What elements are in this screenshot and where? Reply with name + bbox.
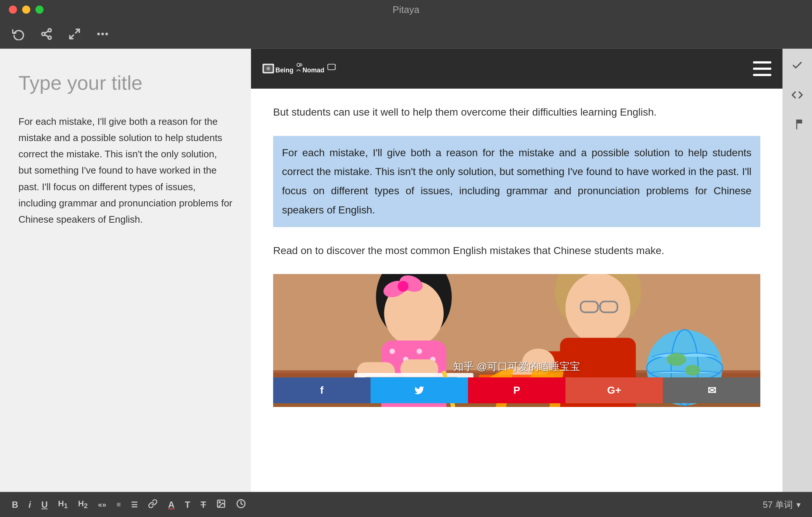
site-logo: Being Nomad (262, 57, 336, 81)
code-brackets-icon[interactable] (788, 86, 806, 104)
email-share-button[interactable]: ✉ (663, 377, 760, 403)
word-count[interactable]: 57 单词 (763, 499, 793, 511)
timer-button[interactable] (236, 499, 246, 511)
svg-point-7 (97, 32, 100, 35)
svg-point-8 (102, 32, 104, 35)
svg-point-26 (398, 281, 408, 292)
heading1-button[interactable]: H1 (58, 499, 68, 510)
google-share-button[interactable]: G+ (565, 377, 663, 403)
teacher-student-image: 15 知乎 @可口可爱的瞌睡宝宝 f P G+ ✉ (273, 274, 760, 407)
list-unordered-button[interactable]: ☰ (131, 500, 138, 509)
svg-rect-56 (796, 120, 797, 130)
facebook-share-button[interactable]: f (273, 377, 371, 403)
italic-button[interactable]: i (28, 500, 31, 510)
social-share-bar: f P G+ ✉ (273, 377, 760, 407)
pinterest-share-button[interactable]: P (468, 377, 565, 403)
web-content[interactable]: But students can use it well to help the… (251, 89, 782, 492)
more-icon[interactable] (96, 27, 109, 41)
twitter-share-button[interactable] (371, 377, 468, 403)
list-ordered-button[interactable]: ≡ (117, 500, 121, 509)
app-title: Pitaya (393, 4, 419, 16)
fullscreen-icon[interactable] (68, 27, 81, 41)
flag-icon[interactable] (788, 115, 806, 134)
editor-panel: Type your title For each mistake, I'll g… (0, 49, 251, 492)
link-button[interactable] (148, 499, 158, 511)
refresh-icon[interactable] (12, 27, 25, 41)
word-count-dropdown-icon[interactable]: ▾ (796, 500, 800, 509)
underline-button[interactable]: U (41, 500, 48, 510)
web-intro-text: But students can use it well to help the… (273, 103, 760, 121)
font-button[interactable]: T (185, 500, 190, 510)
site-header: Being Nomad (251, 49, 782, 89)
svg-point-58 (219, 501, 220, 503)
web-read-on-text: Read on to discover the most common Engl… (273, 242, 760, 260)
title-bar: Pitaya (0, 0, 812, 19)
svg-text:Nomad: Nomad (302, 66, 324, 74)
checkmark-icon[interactable] (788, 56, 806, 75)
bold-button[interactable]: B (12, 500, 18, 510)
heading2-button[interactable]: H2 (78, 499, 87, 510)
close-button[interactable] (9, 6, 17, 14)
web-panel: Being Nomad (251, 49, 782, 492)
hamburger-line-1 (753, 61, 771, 64)
main-area: Type your title For each mistake, I'll g… (0, 49, 812, 492)
hamburger-menu-icon[interactable] (753, 61, 771, 76)
svg-point-13 (267, 67, 270, 70)
svg-text:Being: Being (275, 66, 293, 74)
svg-line-3 (45, 35, 48, 37)
maximize-button[interactable] (35, 6, 44, 14)
text-color-button[interactable]: A (168, 500, 174, 510)
traffic-lights (9, 6, 44, 14)
editor-body-text[interactable]: For each mistake, I'll give both a reaso… (18, 113, 233, 227)
share-icon[interactable] (40, 27, 53, 41)
svg-point-30 (417, 349, 422, 354)
svg-rect-18 (328, 64, 335, 69)
strikethrough-button[interactable]: T (200, 500, 206, 510)
image-button[interactable] (216, 499, 226, 511)
main-toolbar (0, 19, 812, 49)
hamburger-line-2 (753, 68, 771, 70)
svg-point-52 (667, 353, 686, 366)
right-sidebar (782, 49, 812, 492)
svg-line-4 (45, 31, 48, 33)
minimize-button[interactable] (22, 6, 30, 14)
quote-button[interactable]: «» (98, 500, 106, 509)
hamburger-line-3 (753, 74, 771, 76)
svg-point-9 (106, 32, 108, 35)
web-highlighted-text: For each mistake, I'll give both a reaso… (273, 136, 760, 227)
editor-title-placeholder[interactable]: Type your title (18, 71, 233, 95)
being-nomad-logo: Being Nomad (262, 57, 336, 81)
svg-point-28 (389, 349, 395, 354)
svg-point-53 (685, 365, 700, 376)
bottom-toolbar: B i U H1 H2 «» ≡ ☰ A T T 57 单词 ▾ (0, 492, 812, 517)
watermark-text: 知乎 @可口可爱的瞌睡宝宝 (453, 360, 580, 374)
